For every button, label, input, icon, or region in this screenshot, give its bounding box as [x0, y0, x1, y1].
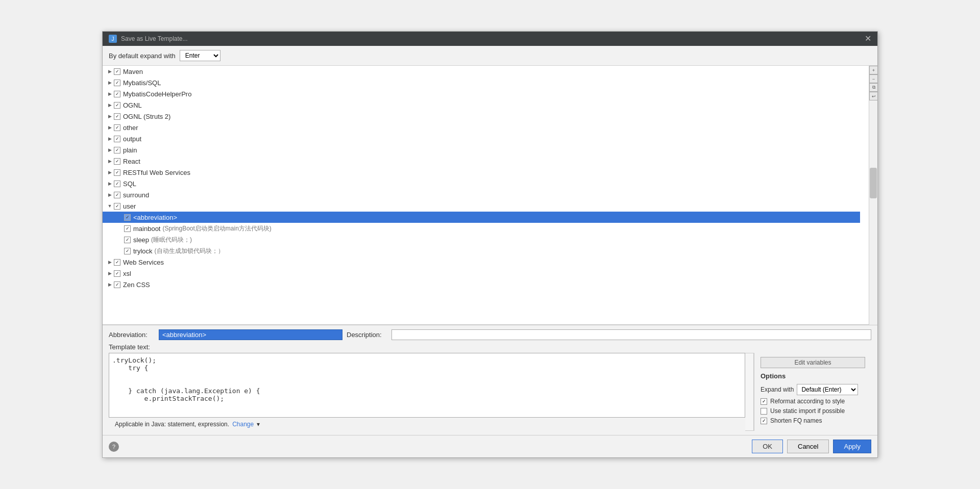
- tree-item-plain[interactable]: plain: [103, 144, 860, 156]
- checkbox-mainboot[interactable]: [124, 225, 131, 232]
- tree-item-label-plain: plain: [123, 146, 137, 154]
- checkbox-webservices[interactable]: [114, 259, 120, 266]
- options-panel: Edit variables Options Expand with Defau…: [754, 353, 871, 431]
- tree-item-webservices[interactable]: Web Services: [103, 256, 860, 268]
- code-line-1: .tryLock();: [112, 356, 742, 364]
- template-area-row: .tryLock(); try { } catch (java.lang.Exc…: [109, 353, 871, 431]
- ok-button[interactable]: OK: [752, 440, 783, 453]
- tree-item-xsl[interactable]: xsl: [103, 268, 860, 279]
- checkbox-restful[interactable]: [114, 169, 120, 176]
- checkbox-react[interactable]: [114, 158, 120, 165]
- tree-item-zencss[interactable]: Zen CSS: [103, 279, 860, 290]
- scroll-thumb: [870, 168, 877, 198]
- tree-item-mainboot[interactable]: mainboot (SpringBoot启动类启动main方法代码块): [103, 223, 860, 234]
- tree-item-label-webservices: Web Services: [123, 259, 164, 266]
- help-button[interactable]: ?: [109, 442, 119, 452]
- expand-with-select[interactable]: Default (Enter)EnterTabSpace: [797, 384, 858, 395]
- close-button[interactable]: ✕: [865, 35, 871, 43]
- shorten-eq-checkbox[interactable]: [761, 418, 767, 424]
- expand-arrow-react: [107, 158, 113, 164]
- checkbox-surround[interactable]: [114, 192, 120, 198]
- static-import-checkbox[interactable]: [761, 408, 767, 415]
- checkbox-maven[interactable]: [114, 68, 120, 75]
- scroll-copy-btn[interactable]: ⧉: [869, 83, 877, 92]
- tree-item-label-mybatishelper: MybatisCodeHelperPro: [123, 90, 191, 98]
- tree-item-restful[interactable]: RESTful Web Services: [103, 167, 860, 178]
- tree-item-mybatissql[interactable]: Mybatis/SQL: [103, 77, 860, 88]
- checkbox-sql[interactable]: [114, 181, 120, 187]
- template-text-area[interactable]: .tryLock(); try { } catch (java.lang.Exc…: [109, 353, 745, 418]
- tree-item-label-ognl: OGNL: [123, 101, 142, 109]
- tree-item-output[interactable]: output: [103, 133, 860, 144]
- template-label: Template text:: [109, 343, 871, 351]
- tree-item-label-other: other: [123, 124, 138, 132]
- checkbox-mybatissql[interactable]: [114, 80, 120, 86]
- tree-item-other[interactable]: other: [103, 122, 860, 133]
- template-area-wrapper: .tryLock(); try { } catch (java.lang.Exc…: [109, 353, 745, 431]
- tree-item-ognl[interactable]: OGNL: [103, 99, 860, 111]
- tree-item-label-restful: RESTful Web Services: [123, 169, 190, 176]
- checkbox-plain[interactable]: [114, 147, 120, 153]
- tree-item-ognlstruts[interactable]: OGNL (Struts 2): [103, 111, 860, 122]
- tree-item-surround[interactable]: surround: [103, 189, 860, 200]
- expand-arrow-plain: [107, 147, 113, 153]
- expand-arrow-restful: [107, 169, 113, 175]
- tree-item-sleep[interactable]: sleep (睡眠代码块；): [103, 234, 860, 245]
- reformat-label: Reformat according to style: [770, 398, 845, 405]
- expand-arrow-xsl: [107, 270, 113, 276]
- checkbox-mybatishelper[interactable]: [114, 91, 120, 97]
- tree-item-maven[interactable]: Maven: [103, 66, 860, 77]
- tree-item-abbreviation[interactable]: <abbreviation>: [103, 212, 860, 223]
- tree-item-label-mybatissql: Mybatis/SQL: [123, 79, 161, 87]
- checkbox-sleep[interactable]: [124, 237, 131, 243]
- bottom-panel: Abbreviation: Description: Template text…: [103, 325, 877, 435]
- change-link[interactable]: Change: [232, 421, 254, 428]
- expand-arrow-webservices: [107, 259, 113, 265]
- description-label: Description:: [347, 331, 387, 339]
- checkbox-other[interactable]: [114, 124, 120, 131]
- template-scrollbar: [745, 353, 754, 431]
- tree-item-trylock[interactable]: trylock (自动生成加锁代码块；）: [103, 245, 860, 256]
- tree-item-user[interactable]: user: [103, 200, 860, 212]
- checkbox-trylock[interactable]: [124, 248, 131, 254]
- abbreviation-input[interactable]: [159, 329, 342, 340]
- tree-item-react[interactable]: React: [103, 156, 860, 167]
- tree-item-label-sql: SQL: [123, 180, 136, 188]
- checkbox-ognl[interactable]: [114, 102, 120, 109]
- expand-arrow-surround: [107, 192, 113, 198]
- edit-variables-button[interactable]: Edit variables: [761, 357, 865, 368]
- tree-item-label-zencss: Zen CSS: [123, 281, 150, 289]
- tree-item-sql[interactable]: SQL: [103, 178, 860, 189]
- expand-arrow-user: [107, 203, 113, 209]
- code-line-5: } catch (java.lang.Exception e) {: [112, 387, 742, 395]
- scroll-minus-btn[interactable]: −: [869, 74, 877, 83]
- checkbox-zencss[interactable]: [114, 281, 120, 288]
- cancel-button[interactable]: Cancel: [787, 440, 829, 453]
- checkbox-user[interactable]: [114, 203, 120, 210]
- expand-arrow-other: [107, 124, 113, 131]
- apply-button[interactable]: Apply: [833, 440, 871, 453]
- tree-item-label-mainboot: mainboot: [133, 225, 160, 233]
- bottom-buttons: ? OK Cancel Apply: [103, 435, 877, 457]
- expand-arrow-ognlstruts: [107, 113, 113, 119]
- expand-select[interactable]: EnterTabSpace: [180, 50, 220, 61]
- checkbox-xsl[interactable]: [114, 270, 120, 277]
- checkbox-ognlstruts[interactable]: [114, 113, 120, 120]
- tree-item-label-surround: surround: [123, 191, 149, 199]
- checkbox-output[interactable]: [114, 136, 120, 142]
- toolbar: By default expand with EnterTabSpace: [103, 46, 877, 66]
- description-input[interactable]: [391, 329, 871, 340]
- reformat-row: Reformat according to style: [761, 398, 865, 405]
- change-arrow: ▾: [257, 421, 260, 428]
- code-line-2: try {: [112, 364, 742, 372]
- tree-item-label-sleep: sleep: [133, 236, 149, 244]
- tree-item-subtext-mainboot: (SpringBoot启动类启动main方法代码块): [162, 224, 271, 233]
- reformat-checkbox[interactable]: [761, 398, 767, 405]
- tree-item-mybatishelper[interactable]: MybatisCodeHelperPro: [103, 88, 860, 99]
- scroll-plus-btn[interactable]: +: [869, 66, 877, 74]
- expand-arrow-maven: [107, 68, 113, 74]
- scroll-undo-btn[interactable]: ↩: [869, 92, 877, 100]
- checkbox-abbreviation[interactable]: [124, 214, 131, 221]
- applicable-text: Applicable in Java: statement, expressio…: [115, 421, 229, 428]
- shorten-eq-row: Shorten FQ names: [761, 417, 865, 424]
